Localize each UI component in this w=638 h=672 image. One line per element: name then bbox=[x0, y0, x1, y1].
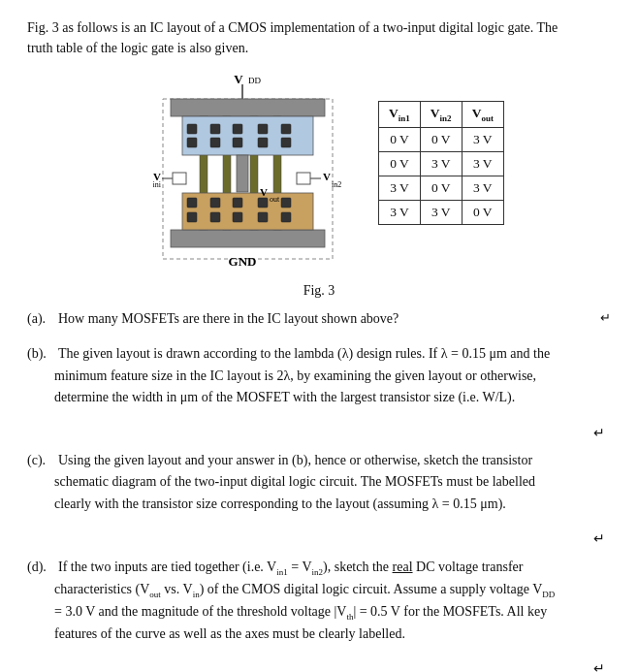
svg-rect-19 bbox=[233, 138, 242, 147]
cell-2-1: 0 V bbox=[379, 151, 421, 176]
svg-text:GND: GND bbox=[229, 254, 257, 269]
th-vout: Vout bbox=[462, 102, 503, 128]
question-c-text1: Using the given layout and your answer i… bbox=[58, 450, 611, 471]
svg-rect-40 bbox=[297, 173, 310, 184]
intro-line1: Fig. 3 as follows is an IC layout of a C… bbox=[27, 17, 611, 38]
svg-rect-5 bbox=[171, 230, 325, 247]
question-c: (c). Using the given layout and your ans… bbox=[27, 450, 611, 515]
svg-text:ini: ini bbox=[153, 180, 162, 189]
cell-3-3: 3 V bbox=[462, 176, 503, 200]
ic-layout-svg: V DD bbox=[134, 72, 347, 275]
svg-rect-36 bbox=[173, 173, 186, 184]
svg-text:in2: in2 bbox=[332, 180, 341, 189]
question-b: (b). The given layout is drawn according… bbox=[27, 343, 611, 408]
svg-rect-20 bbox=[258, 138, 268, 147]
cell-1-3: 3 V bbox=[462, 127, 503, 151]
question-b-line2: minimum feature size in the IC layout is… bbox=[54, 366, 611, 387]
question-d-text1: If the two inputs are tied together (i.e… bbox=[58, 557, 611, 579]
truth-row-2: 0 V 3 V 3 V bbox=[379, 151, 504, 176]
svg-text:V: V bbox=[234, 72, 243, 86]
return-arrow-c: ↵ bbox=[27, 528, 605, 550]
svg-rect-25 bbox=[258, 198, 268, 208]
svg-rect-15 bbox=[258, 124, 268, 134]
figure-area: V DD bbox=[27, 72, 611, 275]
svg-rect-14 bbox=[233, 124, 242, 134]
svg-rect-29 bbox=[233, 212, 242, 222]
svg-rect-30 bbox=[258, 212, 268, 222]
figure-label: Fig. 3 bbox=[27, 283, 611, 299]
svg-rect-27 bbox=[187, 212, 197, 222]
svg-rect-12 bbox=[187, 124, 197, 134]
return-arrow-d: ↵ bbox=[27, 658, 605, 672]
ic-layout: V DD bbox=[134, 72, 347, 275]
question-c-line2: schematic diagram of the two-input digit… bbox=[54, 471, 611, 493]
truth-row-1: 0 V 0 V 3 V bbox=[379, 127, 504, 151]
svg-rect-28 bbox=[210, 212, 220, 222]
svg-rect-24 bbox=[233, 198, 242, 208]
truth-row-4: 3 V 3 V 0 V bbox=[379, 200, 504, 224]
return-arrow-b: ↵ bbox=[27, 423, 605, 444]
truth-row-3: 3 V 0 V 3 V bbox=[379, 176, 504, 200]
cell-3-1: 3 V bbox=[379, 176, 421, 200]
svg-rect-17 bbox=[187, 138, 197, 147]
question-c-line1: (c). Using the given layout and your ans… bbox=[27, 450, 611, 471]
svg-rect-32 bbox=[237, 155, 248, 192]
question-c-label: (c). bbox=[27, 450, 54, 471]
svg-rect-21 bbox=[281, 138, 291, 147]
question-a-text: How many MOSFETs are there in the IC lay… bbox=[58, 308, 590, 330]
truth-table-container: Vin1 Vin2 Vout 0 V 0 V 3 V 0 V 3 V 3 V 3… bbox=[378, 72, 504, 225]
cell-1-1: 0 V bbox=[379, 127, 421, 151]
svg-text:DD: DD bbox=[248, 76, 261, 85]
question-c-line3: clearly with the transistor size corresp… bbox=[54, 494, 611, 515]
cell-3-2: 0 V bbox=[420, 176, 462, 200]
svg-text:V: V bbox=[323, 171, 331, 182]
svg-rect-4 bbox=[171, 99, 325, 116]
question-d-line3: = 3.0 V and the magnitude of the thresho… bbox=[54, 601, 611, 624]
question-d: (d). If the two inputs are tied together… bbox=[27, 557, 611, 646]
svg-rect-23 bbox=[210, 198, 220, 208]
cell-4-2: 3 V bbox=[420, 200, 462, 224]
svg-rect-13 bbox=[210, 124, 220, 134]
question-a-line: (a). How many MOSFETs are there in the I… bbox=[27, 308, 611, 330]
truth-table: Vin1 Vin2 Vout 0 V 0 V 3 V 0 V 3 V 3 V 3… bbox=[378, 101, 504, 225]
question-b-line3: determine the width in μm of the MOSFET … bbox=[54, 387, 611, 408]
svg-rect-16 bbox=[281, 124, 291, 134]
svg-rect-22 bbox=[187, 198, 197, 208]
svg-text:out: out bbox=[270, 195, 280, 204]
cell-1-2: 0 V bbox=[420, 127, 462, 151]
cell-2-2: 3 V bbox=[420, 151, 462, 176]
svg-rect-11 bbox=[182, 193, 313, 230]
question-d-line2: characteristics (Vout vs. Vin) of the CM… bbox=[54, 579, 611, 601]
cell-4-1: 3 V bbox=[379, 200, 421, 224]
intro-line2: truth table of the logic gate is also gi… bbox=[27, 38, 611, 58]
question-b-line1: (b). The given layout is drawn according… bbox=[27, 343, 611, 365]
th-vin1: Vin1 bbox=[379, 102, 421, 128]
svg-text:V: V bbox=[260, 186, 268, 198]
cell-2-3: 3 V bbox=[462, 151, 503, 176]
questions-section: (a). How many MOSFETs are there in the I… bbox=[27, 308, 611, 672]
question-d-line1: (d). If the two inputs are tied together… bbox=[27, 557, 611, 579]
svg-rect-26 bbox=[281, 198, 291, 208]
th-vin2: Vin2 bbox=[420, 102, 462, 128]
question-b-label: (b). bbox=[27, 343, 54, 365]
question-a-label: (a). bbox=[27, 308, 54, 330]
question-d-label: (d). bbox=[27, 557, 54, 578]
cell-4-3: 0 V bbox=[462, 200, 503, 224]
svg-rect-10 bbox=[182, 116, 313, 155]
question-a: (a). How many MOSFETs are there in the I… bbox=[27, 308, 611, 330]
question-d-line4: features of the curve as well as the axe… bbox=[54, 624, 611, 645]
svg-rect-18 bbox=[210, 138, 220, 147]
question-b-text1: The given layout is drawn according to t… bbox=[58, 343, 611, 365]
return-arrow-a: ↵ bbox=[600, 308, 611, 329]
svg-rect-31 bbox=[281, 212, 291, 222]
